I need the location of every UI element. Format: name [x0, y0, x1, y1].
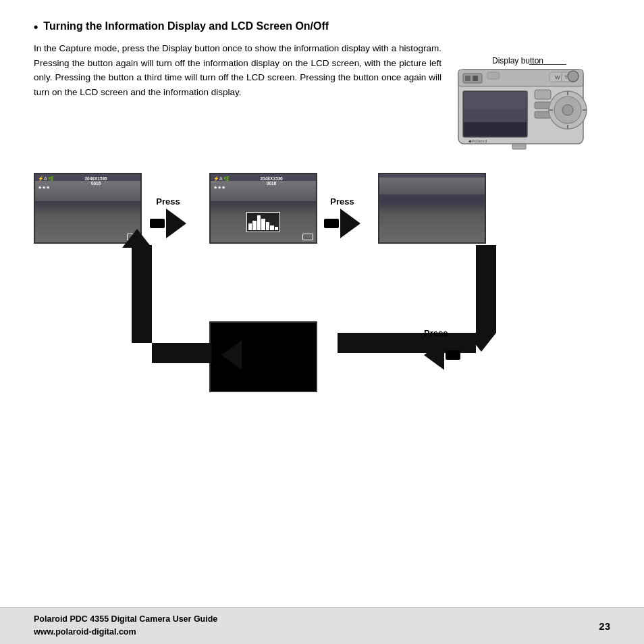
arrow4-triangle — [221, 340, 242, 370]
footer-line2: www.polaroid-digital.com — [34, 626, 217, 639]
arrow1-container: Press — [150, 196, 186, 238]
hist-bar7 — [275, 227, 278, 230]
diagram-section: ⚡A 🌿 2048X1536 0016 ★★★ Press — [34, 173, 610, 456]
button-icon2 — [324, 219, 339, 228]
svg-text:◆Polaroid: ◆Polaroid — [468, 139, 487, 143]
svg-rect-17 — [535, 102, 551, 109]
up-arrow-tip — [122, 229, 152, 248]
hist-bar1 — [248, 223, 252, 230]
svg-rect-12 — [464, 92, 527, 109]
hist-bar6 — [270, 225, 273, 230]
hist-bar5 — [266, 222, 269, 230]
arrow2-container: Press — [324, 196, 360, 238]
svg-point-26 — [568, 71, 579, 82]
histogram-box — [246, 212, 280, 232]
body-text: In the Capture mode, press the Display b… — [34, 41, 441, 156]
down-connector-right — [476, 245, 496, 333]
svg-rect-14 — [464, 122, 527, 136]
arrow1-triangle — [166, 209, 186, 238]
camera-body-image: W T ◆Polaroid — [455, 56, 610, 156]
footer-text: Polaroid PDC 4355 Digital Camera User Gu… — [34, 613, 217, 639]
svg-rect-5 — [487, 72, 500, 79]
page-content: • Turning the Information Display and LC… — [0, 0, 644, 470]
hist-bar4 — [261, 219, 265, 230]
svg-rect-13 — [464, 109, 527, 122]
arrow3-container: Press — [424, 340, 462, 370]
arrow2-press-label: Press — [330, 196, 354, 207]
label-line — [529, 64, 566, 65]
top-section: In the Capture mode, press the Display b… — [34, 41, 610, 156]
camera-diagram-area: Display button — [455, 41, 610, 156]
screen3 — [378, 173, 486, 244]
camera-svg: W T ◆Polaroid — [455, 56, 590, 154]
svg-rect-3 — [465, 76, 471, 81]
hist-bar3 — [257, 215, 261, 230]
bullet: • — [34, 20, 38, 34]
arrow4-container: Press — [221, 340, 259, 370]
arrow2-triangle — [340, 209, 360, 238]
button-icon1 — [150, 219, 165, 228]
svg-point-21 — [562, 105, 573, 115]
title-text: Turning the Information Display and LCD … — [43, 20, 329, 32]
arrow3-press-label: Press — [424, 328, 448, 338]
hist-bar2 — [252, 221, 256, 230]
camera-icon-br2 — [302, 234, 313, 240]
up-connector-left — [132, 245, 152, 343]
screen2: ⚡A 🌿 2048X1536 0016 ★★★ — [209, 173, 317, 244]
svg-rect-4 — [473, 76, 478, 81]
svg-text:T: T — [564, 74, 568, 80]
section-title: • Turning the Information Display and LC… — [34, 20, 610, 34]
button-icon4 — [243, 350, 258, 360]
bottom-left-connector — [152, 343, 211, 363]
svg-rect-16 — [535, 90, 551, 99]
footer: Polaroid PDC 4355 Digital Camera User Gu… — [0, 607, 644, 644]
button-icon3 — [446, 350, 460, 360]
svg-text:W: W — [555, 74, 560, 80]
footer-page-number: 23 — [599, 620, 610, 632]
arrow1-press-label: Press — [156, 196, 180, 207]
svg-rect-18 — [535, 111, 551, 118]
arrow4-press-label: Press — [221, 328, 245, 338]
footer-line1: Polaroid PDC 4355 Digital Camera User Gu… — [34, 613, 217, 626]
svg-rect-27 — [512, 144, 526, 149]
arrow3-triangle — [424, 340, 444, 370]
